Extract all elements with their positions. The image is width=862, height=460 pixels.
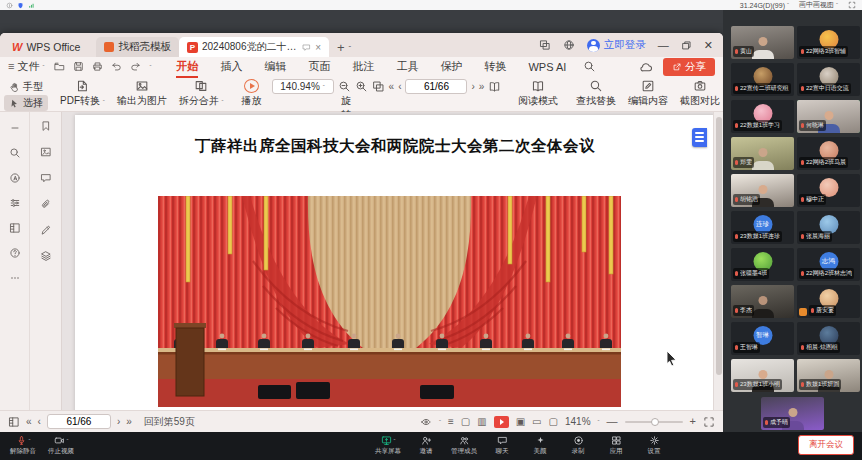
share-screen-button[interactable]: ˆ 共享屏幕 [375, 435, 401, 456]
participant-tile[interactable]: 22网络2班马晨 [797, 137, 860, 170]
menu-item-7[interactable]: 保护 [429, 58, 473, 75]
workspace-icon[interactable] [539, 39, 551, 51]
screenshot-compare-button[interactable]: 截图对比 [674, 78, 726, 109]
panel-chat-icon[interactable] [40, 172, 52, 184]
wps-home-tab[interactable]: W WPS Office [4, 37, 88, 57]
double-page-icon[interactable]: ▥ [477, 417, 486, 427]
hand-tool-button[interactable]: 手型 [4, 79, 48, 95]
thumbnail-panel-icon[interactable] [8, 416, 20, 428]
new-tab-button[interactable]: + [337, 40, 345, 55]
rail-sliders-icon[interactable] [9, 197, 21, 209]
first-page-button[interactable]: « [26, 416, 32, 427]
invite-button[interactable]: 邀请 [413, 435, 439, 456]
gear-button[interactable]: 设置 [641, 435, 667, 456]
rail-help-icon[interactable] [9, 247, 21, 259]
continuous-icon[interactable]: ≡ [448, 417, 454, 427]
zoom-slider[interactable] [625, 421, 683, 423]
participant-tile[interactable]: 22数媒1班学习 [731, 100, 794, 133]
fit-width-icon[interactable]: ▭ [532, 417, 541, 427]
tab-document-active[interactable]: P 20240806党的二十届三中全 × [179, 37, 329, 57]
vertical-scrollbar[interactable] [713, 112, 723, 410]
login-button[interactable]: 立即登录 [587, 38, 646, 52]
rail-dots-icon[interactable] [9, 272, 21, 284]
view-mode-switch[interactable]: 画中画视图ˇ [799, 0, 838, 10]
participant-tile[interactable]: 志鸿22网络2班林志鸿 [797, 248, 860, 281]
participant-tile[interactable]: 22宣中日语交流 [797, 63, 860, 96]
tab-close-icon[interactable]: × [315, 42, 321, 53]
save-icon[interactable] [73, 61, 84, 72]
single-page-icon[interactable]: ▢ [461, 417, 470, 427]
last-page-button[interactable]: » [479, 81, 485, 92]
chat-button[interactable]: 聊天 [489, 435, 515, 456]
participant-tile[interactable]: 成予晴 [761, 397, 824, 430]
participant-tile[interactable]: 23数媒1班小明 [731, 359, 794, 392]
participant-tile[interactable]: 黄山 [731, 26, 794, 59]
chevron-down-icon[interactable]: ˇ [149, 64, 151, 70]
menu-item-9[interactable]: WPS AI [517, 60, 577, 74]
zoom-out-button[interactable]: — [607, 416, 618, 427]
participant-tile[interactable]: 智琳王智琳 [731, 322, 794, 355]
prev-page-button[interactable]: ‹ [398, 81, 401, 92]
participant-tile[interactable]: 郑雯 [731, 137, 794, 170]
record-button[interactable]: 录制 [565, 435, 591, 456]
tab-comment-icon[interactable] [302, 43, 311, 52]
open-icon[interactable] [54, 61, 65, 72]
menu-item-1[interactable]: 开始 [165, 58, 209, 75]
participant-tile[interactable]: 穆中正 [797, 174, 860, 207]
zoom-select[interactable]: 140.94%ˇ [272, 79, 334, 94]
panel-clip-icon[interactable] [40, 198, 52, 210]
menu-item-6[interactable]: 工具 [385, 58, 429, 75]
shield-icon[interactable] [17, 2, 24, 9]
page-number-input[interactable] [52, 415, 106, 428]
view-options-icon[interactable] [420, 416, 432, 428]
actual-size-icon[interactable]: ▣ [516, 417, 525, 427]
export-image-button[interactable]: 输出为图片 [111, 78, 173, 109]
edit-content-button[interactable]: 编辑内容 [622, 78, 674, 109]
menu-item-8[interactable]: 转换 [473, 58, 517, 75]
unmute-button[interactable]: ˆ 解除静音 [10, 435, 36, 456]
minimize-button[interactable]: — [658, 39, 669, 51]
page-number-input[interactable] [410, 80, 462, 93]
split-merge-button[interactable]: 拆分合并 ˇ [173, 78, 230, 109]
stop-video-button[interactable]: ˆ 停止视频 [48, 435, 74, 456]
participant-tile[interactable]: 胡铭浩 [731, 174, 794, 207]
fullscreen-icon[interactable] [848, 1, 856, 9]
participant-tile[interactable]: 何晓琳 [797, 100, 860, 133]
fullscreen-icon[interactable] [703, 416, 715, 428]
select-tool-button[interactable]: 选择 [4, 95, 48, 111]
participant-tile[interactable]: 连珍23数媒1班连珍 [731, 211, 794, 244]
panel-pen-icon[interactable] [40, 224, 52, 236]
rail-translate-icon[interactable] [9, 172, 21, 184]
play-button[interactable]: 播放 [236, 78, 268, 109]
scrollbar-thumb[interactable] [716, 117, 722, 375]
page-number-box[interactable] [47, 414, 111, 429]
menu-search-icon[interactable] [583, 60, 596, 73]
apps-button[interactable]: 应用 [603, 435, 629, 456]
globe-icon[interactable] [563, 39, 575, 51]
leave-meeting-button[interactable]: 离开会议 [798, 435, 854, 455]
tab-list-caret[interactable]: ˇ [349, 44, 352, 53]
redo-icon[interactable] [130, 61, 141, 72]
zoom-in-icon[interactable] [355, 80, 368, 93]
read-mode-button[interactable]: 阅读模式 [512, 78, 564, 109]
tab-docer-template[interactable]: 找稻壳模板 [96, 37, 179, 57]
fit-page-icon[interactable]: ▢ [549, 417, 558, 427]
last-page-button[interactable]: » [126, 416, 132, 427]
participant-tile[interactable]: 22网络3班智辅 [797, 26, 860, 59]
read-mode-icon[interactable] [488, 80, 501, 93]
members-button[interactable]: 管理成员 [451, 435, 477, 456]
find-replace-button[interactable]: 查找替换 [570, 78, 622, 109]
close-button[interactable]: ✕ [704, 39, 713, 52]
undo-icon[interactable] [111, 61, 122, 72]
rail-collapse-icon[interactable] [9, 122, 21, 134]
beauty-button[interactable]: 美颜 [527, 435, 553, 456]
participant-tile[interactable]: 李杰 [731, 285, 794, 318]
fit-window-icon[interactable] [372, 80, 385, 93]
menu-item-2[interactable]: 插入 [209, 58, 253, 75]
cloud-sync-icon[interactable] [639, 60, 653, 74]
back-to-page-link[interactable]: 回到第59页 [144, 415, 195, 429]
panel-layers-icon[interactable] [40, 250, 52, 262]
zoom-slider-knob[interactable] [651, 418, 659, 426]
pdf-page[interactable]: 丁薛祥出席全国科技大会和两院院士大会第二次全体会议 [75, 115, 715, 410]
zoom-level[interactable]: 141% [565, 416, 591, 427]
